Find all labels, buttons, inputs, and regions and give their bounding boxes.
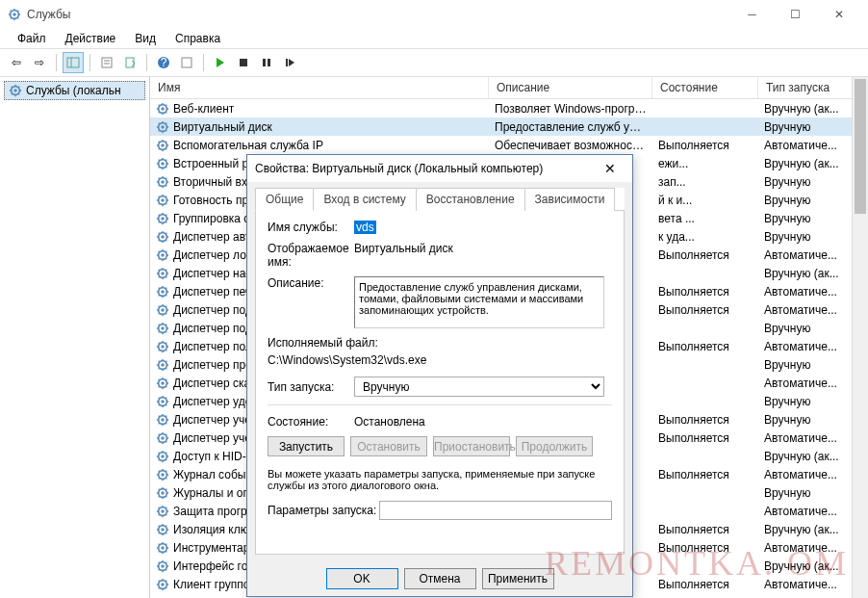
service-state: Выполняется (652, 248, 758, 262)
label-display-name: Отображаемое имя: (268, 242, 354, 269)
tab-recovery[interactable]: Восстановление (416, 188, 525, 211)
service-state: зап... (652, 175, 758, 189)
service-startup: Автоматиче... (758, 303, 855, 317)
service-state: й к и... (652, 194, 758, 207)
service-state: вета ... (652, 212, 758, 225)
gear-icon (156, 102, 169, 116)
gear-icon (156, 285, 169, 299)
tab-logon[interactable]: Вход в систему (313, 188, 416, 211)
export-button[interactable] (119, 52, 140, 73)
service-startup: Вручную (ак... (758, 450, 855, 463)
refresh-button[interactable] (176, 52, 197, 73)
dialog-titlebar[interactable]: Свойства: Виртуальный диск (Локальный ко… (247, 155, 632, 182)
back-button[interactable]: ⇦ (6, 52, 27, 73)
value-service-name: vds (354, 221, 376, 234)
forward-button[interactable]: ⇨ (29, 52, 50, 73)
vertical-scrollbar[interactable] (852, 77, 868, 598)
gear-icon (156, 322, 169, 335)
ok-button[interactable]: OK (326, 568, 398, 589)
service-row[interactable]: Виртуальный дискПредоставление служб упр… (150, 117, 868, 136)
dialog-close-button[interactable]: ✕ (596, 155, 625, 182)
gear-icon (156, 139, 169, 152)
gear-icon (156, 541, 169, 555)
play-button[interactable] (210, 52, 231, 73)
service-state: Выполняется (652, 340, 758, 353)
service-startup: Вручную (758, 486, 855, 500)
label-description: Описание: (268, 276, 354, 290)
service-state: ежи... (652, 157, 758, 170)
service-startup: Автоматиче... (758, 578, 855, 591)
start-params-input[interactable] (379, 501, 612, 520)
dialog-title: Свойства: Виртуальный диск (Локальный ко… (255, 162, 596, 175)
service-desc: Позволяет Windows-програ... (489, 102, 652, 116)
svg-rect-12 (263, 59, 266, 66)
menu-file[interactable]: Файл (10, 30, 54, 47)
gear-icon (156, 120, 169, 134)
tree-root-node[interactable]: Службы (локальн (4, 81, 145, 100)
close-button[interactable]: ✕ (817, 0, 860, 29)
menu-view[interactable]: Вид (127, 30, 164, 47)
col-description[interactable]: Описание (489, 77, 652, 98)
restart-button[interactable] (279, 52, 300, 73)
service-state: Выполняется (652, 523, 758, 536)
properties-button[interactable] (96, 52, 117, 73)
service-startup: Вручную (ак... (758, 157, 855, 170)
svg-rect-2 (67, 58, 79, 67)
value-description[interactable]: Предоставление служб управления дисками,… (354, 276, 604, 328)
tree-panel: Службы (локальн (0, 77, 150, 598)
service-desc: Обеспечивает возможность... (489, 139, 652, 152)
service-startup: Вручную (ак... (758, 523, 855, 536)
value-state: Остановлена (354, 415, 612, 429)
service-startup: Вручную (ак... (758, 559, 855, 573)
menu-action[interactable]: Действие (58, 30, 124, 47)
help-button[interactable]: ? (153, 52, 174, 73)
tab-dependencies[interactable]: Зависимости (524, 188, 616, 211)
col-state[interactable]: Состояние (652, 77, 758, 98)
service-startup: Вручную (ак... (758, 267, 855, 280)
tab-body-general: Имя службы: vds Отображаемое имя: Виртуа… (255, 210, 625, 555)
gear-icon (156, 340, 169, 353)
separator (56, 54, 57, 71)
start-service-button[interactable]: Запустить (268, 436, 345, 456)
dialog-tabs: Общие Вход в систему Восстановление Зави… (255, 188, 625, 211)
tab-general[interactable]: Общие (255, 188, 314, 211)
pause-button[interactable] (256, 52, 277, 73)
startup-params-hint: Вы можете указать параметры запуска, при… (268, 468, 612, 491)
show-hide-tree-button[interactable] (63, 52, 84, 73)
apply-button[interactable]: Применить (482, 568, 554, 589)
col-startup[interactable]: Тип запуска (758, 77, 855, 98)
menu-help[interactable]: Справка (167, 30, 228, 47)
gear-icon (156, 358, 169, 372)
label-service-name: Имя службы: (268, 221, 354, 234)
gear-icon (156, 194, 169, 207)
gear-icon (156, 377, 169, 390)
service-startup: Автоматиче... (758, 139, 855, 152)
resume-service-button: Продолжить (516, 436, 593, 456)
titlebar: Службы ─ ☐ ✕ (0, 0, 868, 29)
gear-icon (156, 468, 169, 481)
scrollbar-thumb[interactable] (855, 79, 866, 214)
gear-icon (156, 505, 169, 518)
label-startup-type: Тип запуска: (268, 380, 354, 394)
service-startup: Автоматиче... (758, 248, 855, 262)
separator (203, 54, 204, 71)
startup-type-select[interactable]: Вручную (354, 377, 604, 397)
service-row[interactable]: Вспомогательная служба IPОбеспечивает во… (150, 136, 868, 154)
svg-rect-14 (286, 59, 288, 66)
cancel-button[interactable]: Отмена (404, 568, 476, 589)
service-startup: Вручную (ак... (758, 102, 855, 116)
minimize-button[interactable]: ─ (730, 0, 774, 29)
service-startup: Вручную (758, 413, 855, 427)
service-name: Веб-клиент (173, 102, 234, 116)
value-display-name: Виртуальный диск (354, 242, 612, 255)
maximize-button[interactable]: ☐ (774, 0, 817, 29)
service-row[interactable]: Веб-клиентПозволяет Windows-програ...Вру… (150, 99, 868, 117)
gear-icon (156, 212, 169, 225)
gear-icon (156, 248, 169, 262)
service-state: Выполняется (652, 578, 758, 591)
gear-icon (156, 230, 169, 244)
app-icon (8, 8, 21, 21)
divider (268, 404, 612, 405)
col-name[interactable]: Имя (150, 77, 489, 98)
stop-button[interactable] (233, 52, 254, 73)
